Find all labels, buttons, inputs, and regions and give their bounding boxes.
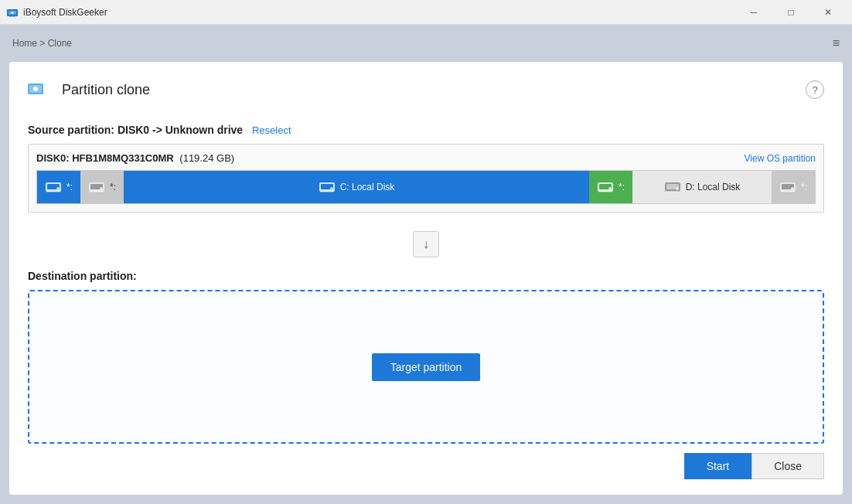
dialog-title: Partition clone — [62, 82, 150, 98]
partition-item-p4[interactable]: *: — [589, 171, 632, 203]
arrow-area: ↓ — [28, 225, 824, 264]
titlebar: iBoysoft DiskGeeker ─ □ ✕ — [0, 0, 852, 25]
arrow-down-button[interactable]: ↓ — [413, 231, 439, 257]
dialog-icon — [28, 77, 53, 102]
drive-icon-d — [664, 180, 681, 194]
svg-point-19 — [330, 187, 333, 190]
svg-rect-7 — [37, 93, 43, 94]
svg-rect-32 — [781, 191, 795, 192]
svg-rect-12 — [46, 191, 60, 192]
titlebar-left: iBoysoft DiskGeeker — [6, 6, 107, 19]
nav-bar: Home > Clone ≡ — [9, 31, 843, 56]
svg-rect-2 — [9, 15, 15, 17]
svg-point-23 — [608, 187, 612, 190]
source-section-label: Source partition: DISK0 -> Unknown drive… — [28, 124, 824, 136]
drive-icon-p6 — [779, 180, 796, 194]
dialog-header: Partition clone ? — [28, 77, 824, 108]
destination-section: Destination partition: Target partition — [28, 270, 824, 444]
app-body: Home > Clone ≡ Partition clone ? Source … — [0, 25, 852, 504]
partition-item-p6[interactable]: *: — [772, 171, 815, 203]
disk-label: DISK0: HFB1M8MQ331C0MR (119.24 GB) — [36, 152, 234, 164]
view-os-partition-link[interactable]: View OS partition — [745, 153, 816, 164]
close-window-button[interactable]: ✕ — [810, 0, 846, 25]
maximize-button[interactable]: □ — [773, 0, 809, 25]
start-button[interactable]: Start — [684, 453, 752, 479]
svg-point-6 — [33, 87, 38, 91]
svg-rect-20 — [320, 191, 334, 192]
svg-rect-24 — [598, 191, 612, 192]
arrow-down-icon: ↓ — [423, 237, 429, 251]
titlebar-controls: ─ □ ✕ — [736, 0, 846, 25]
disk-panel-header: DISK0: HFB1M8MQ331C0MR (119.24 GB) View … — [36, 152, 816, 164]
drive-icon-p1 — [45, 180, 62, 194]
help-button[interactable]: ? — [806, 80, 824, 99]
svg-rect-16 — [90, 191, 104, 192]
dialog-footer: Start Close — [28, 453, 824, 479]
drive-icon-p4 — [597, 180, 614, 194]
partition-clone-icon — [28, 79, 53, 100]
svg-rect-28 — [666, 191, 680, 192]
svg-point-15 — [100, 187, 103, 190]
partition-item-p2[interactable]: *: — [80, 171, 124, 203]
partition-row: *: *: — [36, 170, 816, 204]
app-icon — [6, 6, 19, 19]
partition-item-d[interactable]: D: Local Disk — [632, 171, 772, 203]
destination-area: Target partition — [28, 290, 824, 444]
target-partition-button[interactable]: Target partition — [372, 353, 481, 381]
svg-rect-8 — [34, 83, 39, 85]
partition-item-c[interactable]: C: Local Disk — [124, 171, 589, 203]
app-title: iBoysoft DiskGeeker — [23, 7, 107, 18]
reselect-link[interactable]: Reselect — [252, 124, 291, 136]
destination-label: Destination partition: — [28, 270, 824, 282]
svg-point-27 — [676, 187, 679, 190]
drive-icon-p2 — [88, 180, 105, 194]
breadcrumb: Home > Clone — [12, 38, 72, 49]
close-button[interactable]: Close — [751, 453, 824, 479]
menu-button[interactable]: ≡ — [833, 36, 840, 50]
partition-item-p1[interactable]: *: — [37, 171, 80, 203]
dialog: Partition clone ? Source partition: DISK… — [9, 62, 843, 495]
svg-point-11 — [56, 187, 60, 190]
drive-icon-c — [319, 180, 336, 194]
svg-point-31 — [791, 187, 794, 190]
minimize-button[interactable]: ─ — [736, 0, 772, 25]
disk-panel: DISK0: HFB1M8MQ331C0MR (119.24 GB) View … — [28, 144, 824, 213]
svg-point-3 — [12, 12, 14, 14]
